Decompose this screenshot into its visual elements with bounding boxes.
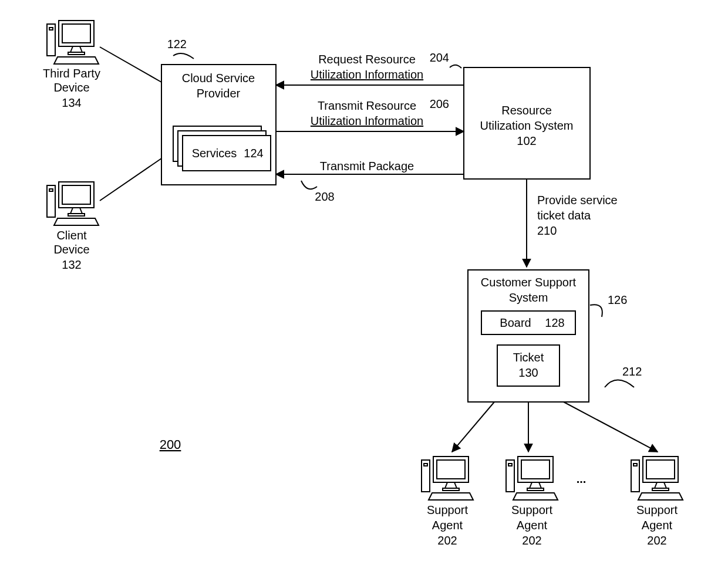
third-party-ref: 134 [62, 96, 81, 109]
third-party-device: Third Party Device 134 [43, 21, 100, 109]
csp-title-2: Provider [197, 87, 241, 100]
ticket-label: Ticket [513, 351, 544, 364]
support-agent-3: Support Agent 202 [631, 457, 683, 547]
figure-ref: 200 [160, 437, 181, 452]
ellipsis: ... [577, 472, 587, 485]
svg-line-17 [452, 402, 494, 452]
computer-icon [631, 457, 683, 500]
line-thirdparty-csp [100, 47, 161, 82]
agent3-l1: Support [636, 503, 678, 516]
csp-title-1: Cloud Service [182, 72, 255, 84]
third-party-label-2: Device [53, 81, 89, 94]
agent2-ref: 202 [522, 534, 541, 547]
css-ref: 126 [608, 293, 627, 306]
provide-line2: ticket data [537, 209, 591, 222]
req-line2: Utilization Information [311, 68, 423, 81]
support-agent-2: Support Agent 202 [506, 457, 558, 547]
provide-ref: 210 [537, 224, 557, 237]
css-line2: System [509, 291, 548, 304]
req-ref: 204 [430, 51, 449, 64]
trans-pkg-ref: 208 [315, 190, 334, 203]
computer-icon [422, 457, 473, 500]
services-ref: 124 [244, 147, 263, 160]
trans-pkg-label: Transmit Package [320, 160, 414, 173]
agent2-l2: Agent [517, 519, 548, 532]
ticket-ref: 130 [518, 366, 538, 379]
edge-transmit-package: Transmit Package 208 [276, 160, 464, 203]
provide-line1: Provide service [537, 194, 618, 207]
computer-icon [47, 182, 99, 225]
agent2-l1: Support [511, 503, 552, 516]
rus-ref: 102 [517, 134, 536, 147]
computer-icon [47, 21, 99, 64]
cloud-service-provider: Cloud Service Provider Services 124 122 [161, 38, 276, 185]
services-label: Services [192, 147, 237, 160]
svg-line-19 [564, 402, 658, 452]
agent1-l2: Agent [432, 519, 463, 532]
agents-ref: 212 [622, 365, 642, 378]
css-line1: Customer Support [481, 276, 577, 289]
agent3-l2: Agent [642, 519, 673, 532]
rus-line1: Resource [501, 104, 552, 117]
board-label: Board [500, 316, 531, 329]
agent3-ref: 202 [647, 534, 666, 547]
edge-request-resource: Request Resource Utilization Information… [276, 51, 464, 85]
client-device: Client Device 132 [47, 182, 99, 271]
line-client-csp [100, 158, 161, 201]
customer-support-system: Customer Support System Board 128 Ticket… [468, 270, 627, 402]
agent1-l1: Support [427, 503, 468, 516]
edge-transmit-info: Transmit Resource Utilization Informatio… [276, 97, 464, 131]
board-ref: 128 [545, 316, 564, 329]
third-party-label-1: Third Party [43, 67, 100, 80]
trans-info-ref: 206 [430, 97, 449, 110]
trans-info-line2: Utilization Information [311, 114, 423, 127]
client-ref: 132 [62, 258, 81, 271]
client-label-1: Client [56, 229, 87, 242]
computer-icon [506, 457, 558, 500]
req-line1: Request Resource [318, 53, 416, 66]
client-label-2: Device [53, 243, 89, 256]
csp-ref: 122 [167, 38, 187, 50]
rus-line2: Utilization System [480, 119, 574, 132]
agent1-ref: 202 [437, 534, 457, 547]
resource-utilization-system: Resource Utilization System 102 [464, 67, 590, 179]
support-agent-1: Support Agent 202 [422, 457, 473, 547]
edge-provide-ticket: Provide service ticket data 210 [527, 179, 618, 267]
trans-info-line1: Transmit Resource [318, 99, 416, 112]
